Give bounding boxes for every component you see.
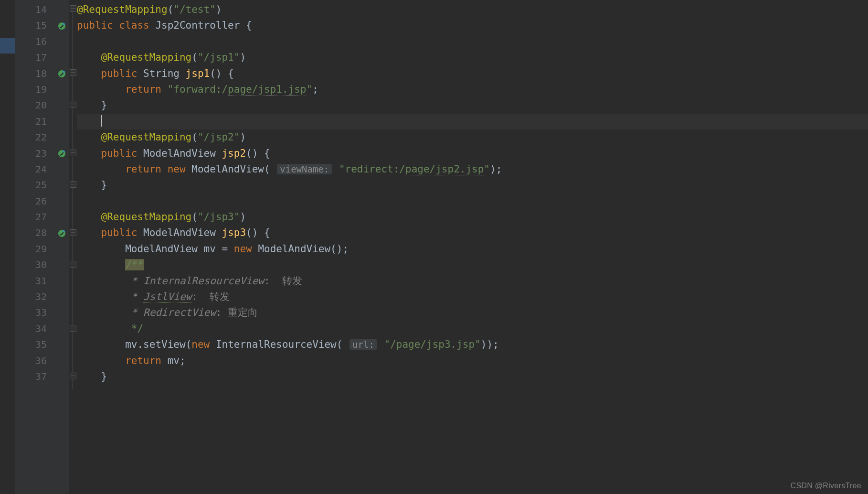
type: String: [143, 68, 180, 79]
line-number[interactable]: 16: [15, 34, 54, 50]
code-line[interactable]: }: [77, 97, 868, 113]
line-number-gutter[interactable]: 14 15 16 17 18 19 20 21 22 23 24 25 26 2…: [15, 0, 54, 494]
fold-toggle-icon[interactable]: [70, 150, 76, 156]
parameter-hint: url:: [349, 339, 377, 350]
method-name: jsp3: [222, 227, 246, 238]
line-number[interactable]: 17: [15, 50, 54, 65]
code-line[interactable]: public ModelAndView jsp2() {: [77, 146, 868, 161]
code-line[interactable]: @RequestMapping("/test"): [77, 2, 868, 18]
svg-point-1: [63, 23, 64, 25]
code-line[interactable]: public String jsp1() {: [77, 66, 868, 82]
line-number[interactable]: 22: [15, 129, 54, 145]
breakpoint-stripe[interactable]: [0, 0, 15, 494]
line-number[interactable]: 31: [15, 273, 54, 289]
keyword: new: [234, 243, 252, 255]
line-number[interactable]: 28: [15, 225, 54, 241]
code-line[interactable]: mv.setView(new InternalResourceView( url…: [77, 337, 868, 353]
line-number[interactable]: 36: [15, 353, 54, 369]
code-line[interactable]: return mv;: [77, 353, 868, 369]
string-literal: "/jsp3": [198, 211, 240, 223]
method-call: setView: [143, 339, 186, 350]
keyword: return: [125, 84, 161, 95]
keyword: public: [101, 227, 138, 238]
fold-guide: [73, 12, 73, 389]
keyword: return: [125, 163, 161, 175]
type: ModelAndView: [143, 148, 216, 159]
javadoc-line: * InternalResourceView: 转发: [125, 275, 302, 287]
code-line[interactable]: public class Jsp2Controller {: [77, 18, 868, 33]
keyword: public: [101, 148, 138, 159]
code-line[interactable]: @RequestMapping("/jsp2"): [77, 129, 868, 145]
keyword: public: [101, 68, 138, 79]
javadoc-close: */: [125, 323, 143, 334]
line-number[interactable]: 23: [15, 146, 54, 161]
code-line[interactable]: return new ModelAndView( viewName: "redi…: [77, 161, 868, 177]
line-number[interactable]: 35: [15, 337, 54, 353]
fold-toggle-icon[interactable]: [70, 5, 76, 12]
fold-toggle-icon[interactable]: [70, 325, 76, 332]
line-number[interactable]: 14: [15, 2, 54, 18]
line-number[interactable]: 15: [15, 18, 54, 33]
line-number[interactable]: 26: [15, 193, 54, 209]
fold-toggle-icon[interactable]: [70, 181, 76, 188]
code-line[interactable]: /**: [77, 257, 868, 273]
annotation: @RequestMapping: [77, 4, 168, 15]
code-line[interactable]: * RedirectView: 重定向: [77, 305, 868, 321]
text-caret: [101, 115, 102, 127]
fold-toggle-icon[interactable]: [70, 229, 76, 236]
constructor: InternalResourceView: [216, 339, 337, 350]
fold-toggle-icon[interactable]: [70, 101, 76, 107]
fold-toggle-icon[interactable]: [70, 261, 76, 268]
type: ModelAndView: [125, 243, 198, 255]
spring-bean-icon[interactable]: [58, 22, 66, 30]
code-line[interactable]: [77, 193, 868, 209]
bookmark-marker[interactable]: [0, 38, 15, 54]
line-number[interactable]: 29: [15, 241, 54, 257]
code-content-area[interactable]: @RequestMapping("/test") public class Js…: [69, 0, 868, 494]
parameter-hint: viewName:: [277, 164, 332, 174]
code-line[interactable]: public ModelAndView jsp3() {: [77, 225, 868, 241]
spring-bean-icon[interactable]: [58, 150, 66, 158]
code-line[interactable]: * InternalResourceView: 转发: [77, 273, 868, 289]
fold-toggle-icon[interactable]: [70, 69, 76, 76]
line-number[interactable]: 30: [15, 257, 54, 273]
line-number[interactable]: 18: [15, 66, 54, 82]
fold-strip[interactable]: [69, 0, 76, 494]
spring-bean-icon[interactable]: [58, 229, 66, 237]
svg-point-3: [63, 71, 64, 73]
code-line[interactable]: return "forward:/page/jsp1.jsp";: [77, 82, 868, 97]
code-line[interactable]: ModelAndView mv = new ModelAndView();: [77, 241, 868, 257]
annotation: @RequestMapping: [101, 211, 192, 223]
keyword: public: [77, 20, 113, 31]
line-number[interactable]: 33: [15, 305, 54, 321]
code-line[interactable]: [77, 34, 868, 50]
watermark-text: CSDN @RiversTree: [791, 482, 861, 490]
code-line[interactable]: }: [77, 369, 868, 385]
line-number[interactable]: 25: [15, 177, 54, 193]
code-line[interactable]: * JstlView: 转发: [77, 289, 868, 305]
class-name: Jsp2Controller: [155, 20, 240, 31]
method-name: jsp2: [222, 148, 246, 159]
gutter-icons: [54, 0, 69, 494]
line-number[interactable]: 20: [15, 97, 54, 113]
spring-bean-icon[interactable]: [58, 70, 66, 78]
fold-toggle-icon[interactable]: [70, 373, 76, 379]
javadoc-line: * JstlView: 转发: [125, 291, 230, 303]
line-number[interactable]: 27: [15, 209, 54, 225]
code-line[interactable]: */: [77, 321, 868, 337]
line-number[interactable]: 19: [15, 82, 54, 97]
code-line[interactable]: @RequestMapping("/jsp3"): [77, 209, 868, 225]
string-literal: "/jsp2": [198, 131, 240, 143]
variable: mv: [125, 339, 137, 350]
line-number[interactable]: 24: [15, 161, 54, 177]
annotation: @RequestMapping: [101, 131, 192, 143]
line-number[interactable]: 21: [15, 114, 54, 129]
constructor: ModelAndView: [191, 163, 264, 175]
line-number[interactable]: 37: [15, 369, 54, 385]
line-number[interactable]: 34: [15, 321, 54, 337]
code-line-current[interactable]: [77, 114, 868, 129]
code-line[interactable]: }: [77, 177, 868, 193]
code-line[interactable]: @RequestMapping("/jsp1"): [77, 50, 868, 65]
line-number[interactable]: 32: [15, 289, 54, 305]
method-name: jsp1: [186, 68, 210, 79]
